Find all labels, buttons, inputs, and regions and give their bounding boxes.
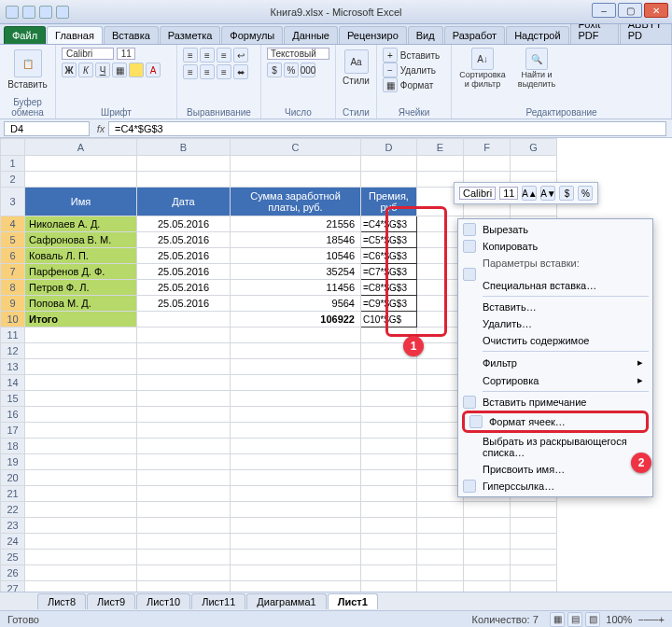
formula-bar[interactable]: =C4*$G$3 [108,121,666,136]
row-header[interactable]: 14 [1,375,25,391]
cell[interactable] [25,454,137,470]
cell[interactable] [25,343,137,359]
ctx-format-cells[interactable]: Формат ячеек… [465,413,646,430]
cell[interactable] [464,565,511,581]
ctx-copy[interactable]: Копировать [458,238,652,255]
row-header[interactable]: 2 [1,172,25,188]
tab-developer[interactable]: Разработ [444,26,505,44]
cell[interactable] [231,502,361,518]
cell[interactable] [361,502,417,518]
cell[interactable] [231,407,361,423]
row-header[interactable]: 8 [1,280,25,296]
row-header[interactable]: 6 [1,248,25,264]
cell[interactable] [511,518,557,534]
col-header[interactable]: F [464,139,511,156]
cell[interactable] [417,486,464,502]
cell[interactable] [417,216,464,232]
cell-formula[interactable]: =C9*$G$3 [361,296,417,312]
zoom-out-button[interactable]: − [638,613,644,624]
cell[interactable] [417,359,464,375]
paste-icon[interactable]: 📋 [14,49,42,77]
cell[interactable] [361,534,417,550]
cell[interactable] [25,407,137,423]
cell[interactable] [511,565,557,581]
find-select-label[interactable]: Найти и выделить [513,70,560,89]
cell[interactable] [25,502,137,518]
cell[interactable] [361,518,417,534]
cell[interactable] [25,486,137,502]
cell-formula[interactable]: =C5*$G$3 [361,232,417,248]
cell[interactable] [417,232,464,248]
cell[interactable] [137,343,231,359]
cell[interactable] [137,359,231,375]
tab-formulas[interactable]: Формулы [221,26,283,44]
zoom-in-button[interactable]: + [659,613,665,624]
cell[interactable] [25,391,137,407]
cell[interactable] [361,407,417,423]
cell[interactable] [417,502,464,518]
redo-icon[interactable] [56,6,69,19]
cell[interactable] [231,359,361,375]
cell[interactable] [137,423,231,439]
cell[interactable] [417,550,464,565]
mini-font[interactable]: Calibri [459,187,496,200]
sheet-tab[interactable]: Лист8 [37,593,86,609]
font-color-icon[interactable]: A [146,63,161,77]
cell[interactable] [231,172,361,188]
cell[interactable] [417,343,464,359]
ctx-hyperlink[interactable]: Гиперссылка… [458,478,652,495]
sheet-tab[interactable]: Диаграмма1 [246,593,326,609]
fx-icon[interactable]: fx [93,123,108,134]
cell-total-sum[interactable]: 106922 [231,312,361,327]
align-right-icon[interactable]: ≡ [217,64,231,79]
header-date[interactable]: Дата [137,188,231,216]
cell[interactable] [511,156,557,172]
tab-insert[interactable]: Вставка [104,26,159,44]
cell[interactable] [361,486,417,502]
cell[interactable] [25,375,137,391]
cell[interactable] [137,454,231,470]
cell[interactable] [137,550,231,565]
cell[interactable] [25,518,137,534]
cell[interactable] [25,534,137,550]
row-header[interactable]: 9 [1,296,25,312]
cell[interactable] [231,518,361,534]
ctx-define-name[interactable]: Присвоить имя… [458,461,652,478]
cell[interactable] [137,486,231,502]
sheet-tab-active[interactable]: Лист1 [328,593,378,609]
cell-name[interactable]: Коваль Л. П. [25,248,137,264]
paste-label[interactable]: Вставить [6,79,49,90]
cell[interactable] [361,172,417,188]
tab-addins[interactable]: Надстрой [506,26,568,44]
cell[interactable] [231,423,361,439]
cell[interactable] [417,296,464,312]
row-header[interactable]: 26 [1,565,25,581]
row-header[interactable]: 5 [1,232,25,248]
cell[interactable] [137,439,231,454]
row-header[interactable]: 24 [1,534,25,550]
wrap-icon[interactable]: ↩ [233,48,248,63]
cell[interactable] [231,391,361,407]
view-normal-icon[interactable]: ▦ [550,612,565,627]
cell[interactable] [137,502,231,518]
cell[interactable] [511,550,557,565]
sheet-tab[interactable]: Лист9 [87,593,135,609]
cell[interactable] [464,550,511,565]
row-header[interactable]: 13 [1,359,25,375]
row-header[interactable]: 17 [1,423,25,439]
ctx-pick-list[interactable]: Выбрать из раскрывающегося списка… [458,433,652,461]
row-header[interactable]: 19 [1,454,25,470]
mini-percent-icon[interactable]: % [578,186,593,201]
ctx-cut[interactable]: Вырезать [458,221,652,238]
cell-sum[interactable]: 35254 [231,264,361,280]
cell[interactable] [417,375,464,391]
cell[interactable] [25,423,137,439]
cell[interactable] [361,359,417,375]
cell[interactable] [417,470,464,486]
cell-name[interactable]: Сафронова В. М. [25,232,137,248]
cell[interactable] [25,550,137,565]
minimize-button[interactable]: – [592,3,616,18]
row-header[interactable]: 11 [1,327,25,343]
cell[interactable] [137,312,231,327]
cell[interactable] [361,391,417,407]
